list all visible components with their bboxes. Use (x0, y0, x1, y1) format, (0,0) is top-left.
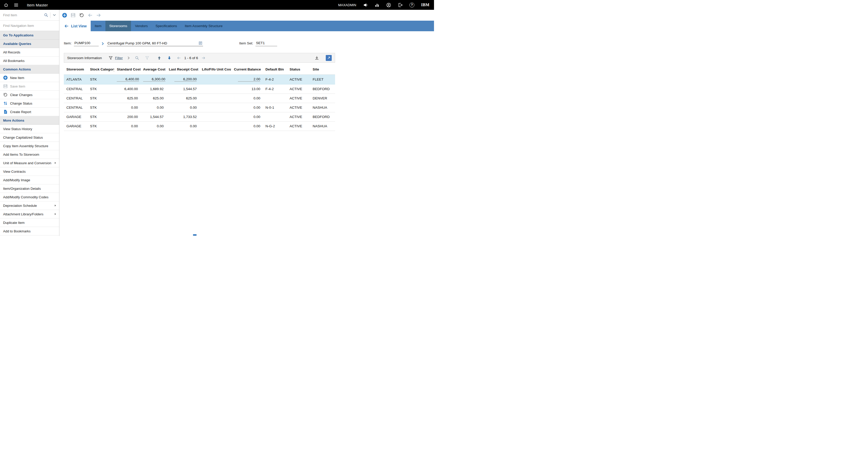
cell-site[interactable]: BEDFORD (310, 112, 335, 122)
table-row[interactable]: GARAGESTK200.001,544.571,733.520.00ACTIV… (64, 112, 335, 122)
cell-lifo-fifo-unit-cost[interactable] (199, 122, 231, 131)
horizontal-scrollbar-thumb[interactable] (193, 234, 196, 236)
sidebar-section-available-queries[interactable]: Available Queries (0, 39, 59, 48)
reports-button[interactable] (375, 3, 379, 7)
sidebar-item-attachment-library-folders[interactable]: Attachment Library/Folders (0, 210, 59, 218)
sidebar-item-all-bookmarks[interactable]: All Bookmarks (0, 57, 59, 65)
sidebar-item-clear-changes[interactable]: Clear Changes (0, 91, 59, 99)
cell-status[interactable]: ACTIVE (287, 103, 310, 112)
cell-standard-cost[interactable]: 6,400.00 (114, 74, 141, 85)
cell-storeroom[interactable]: GARAGE (64, 112, 87, 122)
cell-average-cost[interactable]: 0.00 (141, 122, 166, 131)
editable-field[interactable]: 6,200.00 (175, 77, 196, 82)
column-header-current-balance[interactable]: Current Balance (231, 64, 263, 74)
filter-funnel-icon[interactable] (108, 56, 113, 60)
cell-standard-cost[interactable]: 6,400.00 (114, 85, 141, 94)
tab-specifications[interactable]: Specifications (152, 21, 181, 31)
find-item-input[interactable] (3, 13, 42, 17)
cell-storeroom[interactable]: GARAGE (64, 122, 87, 131)
sidebar-section-common-actions[interactable]: Common Actions (0, 65, 59, 73)
next-row-icon[interactable] (167, 56, 172, 60)
maximize-table-button[interactable] (326, 55, 332, 61)
column-header-default-bin[interactable]: Default Bin (263, 64, 287, 74)
column-header-status[interactable]: Status (287, 64, 310, 74)
cell-stock-category[interactable]: STK (87, 94, 114, 103)
cell-average-cost[interactable]: 625.00 (141, 94, 166, 103)
profile-button[interactable] (386, 3, 391, 7)
cell-current-balance[interactable]: 0.00 (231, 103, 263, 112)
cell-stock-category[interactable]: STK (87, 122, 114, 131)
cell-default-bin[interactable] (263, 112, 287, 122)
cell-standard-cost[interactable]: 0.00 (114, 122, 141, 131)
sidebar-section-more-actions[interactable]: More Actions (0, 116, 59, 125)
tab-storerooms[interactable]: Storerooms (105, 21, 131, 31)
sidebar-item-create-report[interactable]: Create Report (0, 108, 59, 116)
sidebar-item-duplicate-item[interactable]: Duplicate Item (0, 218, 59, 227)
cell-lifo-fifo-unit-cost[interactable] (199, 112, 231, 122)
cell-status[interactable]: ACTIVE (287, 74, 310, 85)
tab-item[interactable]: Item (91, 21, 105, 31)
sidebar-item-new-item[interactable]: New Item (0, 73, 59, 82)
cell-stock-category[interactable]: STK (87, 103, 114, 112)
cell-lifo-fifo-unit-cost[interactable] (199, 103, 231, 112)
cell-default-bin[interactable]: N-0-1 (263, 103, 287, 112)
sidebar-section-go-to-applications[interactable]: Go To Applications (0, 31, 59, 39)
cell-site[interactable]: FLEET (310, 74, 335, 85)
sidebar-item-add-modify-image[interactable]: Add/Modify Image (0, 176, 59, 184)
cell-status[interactable]: ACTIVE (287, 112, 310, 122)
column-header-average-cost[interactable]: Average Cost (141, 64, 166, 74)
cell-last-receipt-cost[interactable]: 0.00 (166, 103, 199, 112)
sidebar-item-add-items-to-storeroom[interactable]: Add Items To Storeroom (0, 150, 59, 159)
cell-standard-cost[interactable]: 625.00 (114, 94, 141, 103)
table-row[interactable]: ATLANTASTK6,400.006,300.006,200.002.00F-… (64, 74, 335, 85)
cell-standard-cost[interactable]: 200.00 (114, 112, 141, 122)
next-page-icon[interactable] (201, 56, 206, 60)
cell-status[interactable]: ACTIVE (287, 85, 310, 94)
cell-storeroom[interactable]: ATLANTA (64, 74, 87, 85)
expand-filter-chevron-icon[interactable] (126, 56, 131, 60)
cell-lifo-fifo-unit-cost[interactable] (199, 74, 231, 85)
sidebar-item-change-capitalized-status[interactable]: Change Capitalized Status (0, 133, 59, 142)
column-header-lifo-fifo-unit-cost[interactable]: Lifo/Fifo Unit Cost (199, 64, 231, 74)
help-button[interactable]: ? (409, 3, 414, 7)
cell-site[interactable]: NASHUA (310, 103, 335, 112)
cell-current-balance[interactable]: 0.00 (231, 112, 263, 122)
chevron-down-icon[interactable] (52, 13, 57, 17)
previous-page-icon[interactable] (177, 56, 181, 60)
cell-current-balance[interactable]: 0.00 (231, 122, 263, 131)
cell-current-balance[interactable]: 2.00 (231, 74, 263, 85)
sidebar-item-depreciation-schedule[interactable]: Depreciation Schedule (0, 201, 59, 210)
previous-row-icon[interactable] (157, 56, 161, 60)
cell-site[interactable]: DENVER (310, 94, 335, 103)
column-header-site[interactable]: Site (310, 64, 335, 74)
menu-button[interactable] (14, 3, 19, 7)
column-header-standard-cost[interactable]: Standard Cost (114, 64, 141, 74)
table-row[interactable]: GARAGESTK0.000.000.000.00N-G-2ACTIVENASH… (64, 122, 335, 131)
cell-stock-category[interactable]: STK (87, 74, 114, 85)
long-description-icon[interactable] (198, 41, 203, 45)
sidebar-item-add-modify-commodity-codes[interactable]: Add/Modify Commodity Codes (0, 193, 59, 201)
cell-default-bin[interactable] (263, 94, 287, 103)
sidebar-item-all-records[interactable]: All Records (0, 48, 59, 57)
sidebar-item-change-status[interactable]: Change Status (0, 99, 59, 108)
home-button[interactable] (4, 3, 8, 7)
editable-field[interactable]: 6,400.00 (117, 77, 139, 82)
nav-search-input[interactable] (3, 24, 56, 28)
cell-storeroom[interactable]: CENTRAL (64, 85, 87, 94)
cell-current-balance[interactable]: 0.00 (231, 94, 263, 103)
item-field[interactable]: PUMP100 (74, 41, 99, 46)
cell-site[interactable]: NASHUA (310, 122, 335, 131)
cell-average-cost[interactable]: 6,300.00 (141, 74, 166, 85)
cell-last-receipt-cost[interactable]: 1,733.52 (166, 112, 199, 122)
cell-stock-category[interactable]: STK (87, 112, 114, 122)
column-header-last-receipt-cost[interactable]: Last Receipt Cost (166, 64, 199, 74)
clear-changes-button[interactable] (79, 13, 84, 18)
cell-stock-category[interactable]: STK (87, 85, 114, 94)
cell-storeroom[interactable]: CENTRAL (64, 94, 87, 103)
column-header-storeroom[interactable]: Storeroom (64, 64, 87, 74)
sidebar-item-add-to-bookmarks[interactable]: Add to Bookmarks (0, 227, 59, 235)
cell-storeroom[interactable]: CENTRAL (64, 103, 87, 112)
signout-button[interactable] (398, 3, 403, 7)
table-row[interactable]: CENTRALSTK0.000.000.000.00N-0-1ACTIVENAS… (64, 103, 335, 112)
table-search-icon[interactable] (135, 56, 139, 60)
